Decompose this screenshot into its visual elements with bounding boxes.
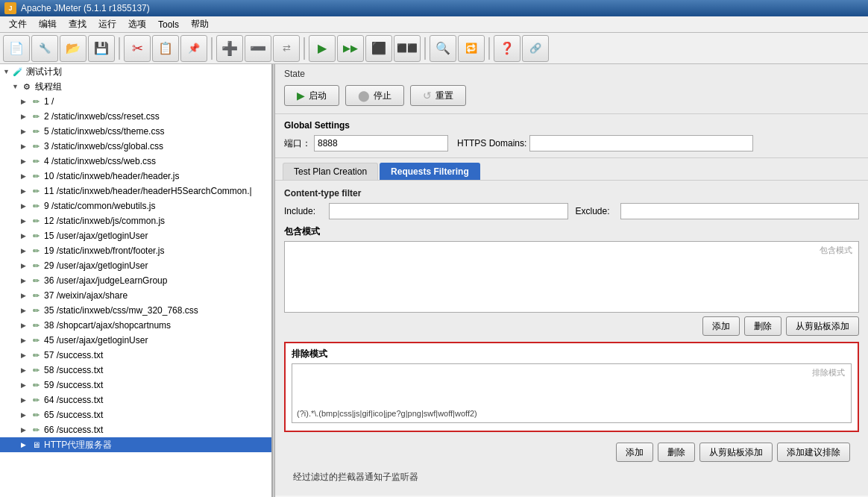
add-suggested-button[interactable]: 添加建议排除 <box>777 443 850 462</box>
remote-button[interactable]: 🔗 <box>522 35 549 62</box>
menu-options[interactable]: 选项 <box>122 16 152 32</box>
content-type-title: Content-type filter <box>284 188 859 199</box>
sidebar-item-35[interactable]: ▶ ✏ 35 /static/inxweb/css/mw_320_768.css <box>0 303 271 318</box>
clear-all-button[interactable]: 🔁 <box>458 35 485 62</box>
arrow-test-plan: ▼ <box>3 68 12 75</box>
item-label-66: 66 /success.txt <box>44 425 103 435</box>
start-nopause-button[interactable]: ▶▶ <box>337 35 364 62</box>
sidebar-item-1[interactable]: ▶ ✏ 1 / <box>0 94 271 109</box>
sep3 <box>304 37 305 60</box>
paste-button[interactable]: 📌 <box>180 35 207 62</box>
sidebar-item-57[interactable]: ▶ ✏ 57 /success.txt <box>0 348 271 363</box>
sidebar-item-29[interactable]: ▶ ✏ 29 /user/ajax/getloginUser <box>0 258 271 273</box>
sidebar-item-2[interactable]: ▶ ✏ 2 /static/inxweb/css/reset.css <box>0 109 271 124</box>
menu-help[interactable]: 帮助 <box>185 16 215 32</box>
menu-run[interactable]: 运行 <box>92 16 122 32</box>
item-label-36: 36 /user/ajax/judgeLearnGroup <box>44 275 167 286</box>
toggle-button[interactable]: ⇄ <box>273 35 300 62</box>
tab-requests-filtering[interactable]: Requests Filtering <box>380 163 480 180</box>
port-label: 端口： <box>284 137 311 150</box>
save-button[interactable]: 💾 <box>88 35 115 62</box>
sidebar-item-45[interactable]: ▶ ✏ 45 /user/ajax/getloginUser <box>0 333 271 348</box>
sidebar-item-http-proxy[interactable]: ▶ 🖥 HTTP代理服务器 <box>0 437 271 452</box>
copy-button[interactable]: 📋 <box>152 35 179 62</box>
sidebar-item-19[interactable]: ▶ ✏ 19 /static/inxweb/front/footer.js <box>0 243 271 258</box>
cut-button[interactable]: ✂ <box>124 35 151 62</box>
sidebar-item-15[interactable]: ▶ ✏ 15 /user/ajax/getloginUser <box>0 228 271 243</box>
sidebar-item-3[interactable]: ▶ ✏ 3 /static/inxweb/css/global.css <box>0 139 271 154</box>
menu-file[interactable]: 文件 <box>3 16 33 32</box>
stop-dot-icon: ⬤ <box>358 90 370 101</box>
sidebar-item-4[interactable]: ▶ ✏ 4 /static/inxweb/css/web.css <box>0 154 271 169</box>
stopnow-button[interactable]: ⬛⬛ <box>394 35 421 62</box>
toolbar: 📄 🔧 📂 💾 ✂ 📋 📌 ➕ ➖ ⇄ ▶ ▶▶ ⬛ ⬛⬛ 🔍 🔁 ❓ 🔗 <box>0 33 868 64</box>
sidebar-item-65[interactable]: ▶ ✏ 65 /success.txt <box>0 407 271 422</box>
start-action-button[interactable]: ▶ 启动 <box>284 85 339 106</box>
sidebar-item-9[interactable]: ▶ ✏ 9 /static/common/webutils.js <box>0 199 271 213</box>
menu-edit[interactable]: 编辑 <box>33 16 63 32</box>
include-delete-button[interactable]: 删除 <box>744 316 781 336</box>
sidebar-item-59[interactable]: ▶ ✏ 59 /success.txt <box>0 378 271 393</box>
item-label-1: 1 / <box>44 96 54 107</box>
exclude-delete-button[interactable]: 删除 <box>658 443 695 462</box>
sidebar-item-thread-group[interactable]: ▼ ⚙ 线程组 <box>0 79 271 94</box>
exclude-btn-row: 添加 删除 从剪贴板添加 添加建议排除 <box>284 438 859 466</box>
include-input[interactable] <box>329 203 568 219</box>
item-icon-64: ✏ <box>30 395 42 405</box>
sidebar-item-64[interactable]: ▶ ✏ 64 /success.txt <box>0 393 271 407</box>
exclude-paste-button[interactable]: 从剪贴板添加 <box>699 443 773 462</box>
gs-row: 端口： HTTPS Domains: <box>284 135 859 151</box>
sidebar-item-10[interactable]: ▶ ✏ 10 /static/inxweb/header/header.js <box>0 169 271 184</box>
item-icon-57: ✏ <box>30 350 42 360</box>
http-proxy-label: HTTP代理服务器 <box>44 439 112 451</box>
stop-button[interactable]: ⬛ <box>365 35 392 62</box>
sidebar-item-38[interactable]: ▶ ✏ 38 /shopcart/ajax/shopcartnums <box>0 318 271 333</box>
tabs-row: Test Plan Creation Requests Filtering <box>275 158 868 181</box>
include-add-button[interactable]: 添加 <box>702 316 740 336</box>
item-icon-37: ✏ <box>30 290 42 301</box>
new-button[interactable]: 📄 <box>3 35 30 62</box>
tab-test-plan-creation[interactable]: Test Plan Creation <box>283 163 378 180</box>
item-label-19: 19 /static/inxweb/front/footer.js <box>44 246 164 256</box>
start-label: 启动 <box>309 90 327 102</box>
include-mode-title: 包含模式 <box>284 225 859 238</box>
exclude-add-button[interactable]: 添加 <box>616 443 653 462</box>
add-button[interactable]: ➕ <box>216 35 243 62</box>
sidebar-item-36[interactable]: ▶ ✏ 36 /user/ajax/judgeLearnGroup <box>0 273 271 288</box>
open-button[interactable]: 📂 <box>60 35 87 62</box>
exclude-input[interactable] <box>620 203 860 219</box>
item-icon-45: ✏ <box>30 335 42 346</box>
include-label: Include: <box>284 206 321 216</box>
menu-tools[interactable]: Tools <box>152 18 185 31</box>
include-paste-button[interactable]: 从剪贴板添加 <box>786 316 859 336</box>
search-button[interactable]: 🔍 <box>430 35 456 62</box>
sidebar-item-58[interactable]: ▶ ✏ 58 /success.txt <box>0 363 271 378</box>
title-text: Apache JMeter (5.1.1 r1855137) <box>21 3 150 13</box>
item-icon-9: ✏ <box>30 201 42 211</box>
sidebar-item-5[interactable]: ▶ ✏ 5 /static/inxweb/css/theme.css <box>0 124 271 139</box>
thread-group-label: 线程组 <box>35 81 62 93</box>
port-input[interactable] <box>314 135 448 151</box>
sidebar-item-12[interactable]: ▶ ✏ 12 /static/inxweb/js/common.js <box>0 213 271 228</box>
sidebar-item-66[interactable]: ▶ ✏ 66 /success.txt <box>0 422 271 437</box>
item-icon-4: ✏ <box>30 156 42 166</box>
item-label-12: 12 /static/inxweb/js/common.js <box>44 216 165 226</box>
include-mode-box-label: 包含模式 <box>820 245 852 256</box>
start-button[interactable]: ▶ <box>309 35 336 62</box>
item-label-11: 11 /static/inxweb/header/headerH5SearchC… <box>44 186 252 196</box>
stop-action-button[interactable]: ⬤ 停止 <box>345 85 404 106</box>
https-input[interactable] <box>529 135 753 151</box>
item-label-3: 3 /static/inxweb/css/global.css <box>44 141 163 151</box>
exclude-section: 排除模式 排除模式 (?i).*\.(bmp|css|js|gif|ico|jp… <box>284 342 859 432</box>
template-button[interactable]: 🔧 <box>31 35 58 62</box>
thread-group-icon: ⚙ <box>21 81 33 92</box>
item-icon-29: ✏ <box>30 260 42 271</box>
sidebar-item-11[interactable]: ▶ ✏ 11 /static/inxweb/header/headerH5Sea… <box>0 184 271 199</box>
reset-action-button[interactable]: ↺ 重置 <box>410 85 466 106</box>
help-button[interactable]: ❓ <box>494 35 521 62</box>
remove-button[interactable]: ➖ <box>245 35 271 62</box>
menu-search[interactable]: 查找 <box>63 16 92 32</box>
sidebar-item-test-plan[interactable]: ▼ 🧪 测试计划 <box>0 64 271 79</box>
sidebar-item-37[interactable]: ▶ ✏ 37 /weixin/ajax/share <box>0 288 271 303</box>
item-label-59: 59 /success.txt <box>44 380 103 390</box>
